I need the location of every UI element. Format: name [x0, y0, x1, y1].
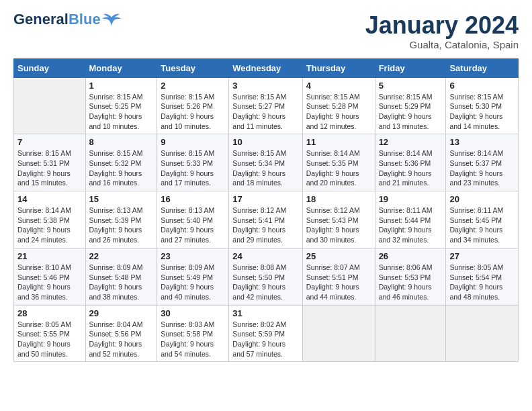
day-info: Sunrise: 8:15 AMSunset: 5:28 PMDaylight:…: [306, 93, 360, 130]
table-row: [302, 305, 375, 362]
day-number: 5: [379, 81, 443, 91]
table-row: 2 Sunrise: 8:15 AMSunset: 5:26 PMDayligh…: [157, 77, 229, 134]
day-info: Sunrise: 8:14 AMSunset: 5:35 PMDaylight:…: [306, 149, 360, 187]
day-info: Sunrise: 8:08 AMSunset: 5:50 PMDaylight:…: [232, 263, 286, 301]
day-number: 14: [17, 194, 82, 204]
table-row: 18 Sunrise: 8:12 AMSunset: 5:43 PMDaylig…: [302, 191, 375, 248]
table-row: [14, 77, 86, 134]
day-info: Sunrise: 8:06 AMSunset: 5:53 PMDaylight:…: [379, 263, 433, 301]
day-number: 27: [449, 251, 515, 261]
logo-blue: Blue: [69, 11, 101, 28]
title-block: January 2024 Gualta, Catalonia, Spain: [365, 12, 519, 50]
day-number: 12: [379, 137, 443, 147]
day-number: 9: [161, 137, 225, 147]
day-number: 1: [89, 81, 154, 91]
table-row: 4 Sunrise: 8:15 AMSunset: 5:28 PMDayligh…: [302, 77, 375, 134]
day-number: 31: [232, 308, 298, 318]
day-number: 4: [306, 81, 371, 91]
table-row: 7 Sunrise: 8:15 AMSunset: 5:31 PMDayligh…: [14, 134, 86, 191]
page-container: GeneralBlue January 2024 Gualta, Catalon…: [0, 0, 532, 369]
col-wednesday: Wednesday: [229, 58, 302, 77]
col-sunday: Sunday: [14, 58, 86, 77]
day-info: Sunrise: 8:07 AMSunset: 5:51 PMDaylight:…: [306, 263, 360, 301]
day-info: Sunrise: 8:10 AMSunset: 5:46 PMDaylight:…: [17, 263, 71, 301]
calendar-week-row: 14 Sunrise: 8:14 AMSunset: 5:38 PMDaylig…: [14, 191, 519, 248]
col-friday: Friday: [375, 58, 446, 77]
table-row: 13 Sunrise: 8:14 AMSunset: 5:37 PMDaylig…: [446, 134, 519, 191]
day-number: 11: [306, 137, 371, 147]
calendar-week-row: 1 Sunrise: 8:15 AMSunset: 5:25 PMDayligh…: [14, 77, 519, 134]
table-row: 3 Sunrise: 8:15 AMSunset: 5:27 PMDayligh…: [229, 77, 302, 134]
table-row: 22 Sunrise: 8:09 AMSunset: 5:48 PMDaylig…: [85, 248, 157, 305]
logo: GeneralBlue: [13, 12, 121, 27]
day-number: 29: [89, 308, 154, 318]
day-number: 2: [161, 81, 225, 91]
table-row: [375, 305, 446, 362]
day-number: 6: [449, 81, 515, 91]
day-info: Sunrise: 8:15 AMSunset: 5:31 PMDaylight:…: [17, 149, 71, 187]
day-info: Sunrise: 8:15 AMSunset: 5:29 PMDaylight:…: [379, 93, 433, 130]
day-info: Sunrise: 8:02 AMSunset: 5:59 PMDaylight:…: [232, 320, 286, 358]
table-row: 9 Sunrise: 8:15 AMSunset: 5:33 PMDayligh…: [157, 134, 229, 191]
table-row: 21 Sunrise: 8:10 AMSunset: 5:46 PMDaylig…: [14, 248, 86, 305]
calendar-week-row: 28 Sunrise: 8:05 AMSunset: 5:55 PMDaylig…: [14, 305, 519, 362]
day-info: Sunrise: 8:09 AMSunset: 5:49 PMDaylight:…: [161, 263, 214, 301]
day-number: 24: [232, 251, 298, 261]
table-row: 15 Sunrise: 8:13 AMSunset: 5:39 PMDaylig…: [85, 191, 157, 248]
day-number: 8: [89, 137, 154, 147]
col-saturday: Saturday: [446, 58, 519, 77]
location: Gualta, Catalonia, Spain: [365, 39, 519, 50]
day-info: Sunrise: 8:11 AMSunset: 5:45 PMDaylight:…: [449, 206, 503, 244]
day-info: Sunrise: 8:11 AMSunset: 5:44 PMDaylight:…: [379, 206, 433, 244]
table-row: 12 Sunrise: 8:14 AMSunset: 5:36 PMDaylig…: [375, 134, 446, 191]
day-number: 25: [306, 251, 371, 261]
day-number: 7: [17, 137, 82, 147]
table-row: 30 Sunrise: 8:03 AMSunset: 5:58 PMDaylig…: [157, 305, 229, 362]
table-row: 31 Sunrise: 8:02 AMSunset: 5:59 PMDaylig…: [229, 305, 302, 362]
day-info: Sunrise: 8:15 AMSunset: 5:32 PMDaylight:…: [89, 149, 143, 187]
table-row: 11 Sunrise: 8:14 AMSunset: 5:35 PMDaylig…: [302, 134, 375, 191]
day-number: 26: [379, 251, 443, 261]
table-row: 16 Sunrise: 8:13 AMSunset: 5:40 PMDaylig…: [157, 191, 229, 248]
day-number: 22: [89, 251, 154, 261]
day-info: Sunrise: 8:15 AMSunset: 5:27 PMDaylight:…: [232, 93, 286, 130]
day-info: Sunrise: 8:13 AMSunset: 5:39 PMDaylight:…: [89, 206, 143, 244]
day-info: Sunrise: 8:14 AMSunset: 5:36 PMDaylight:…: [379, 149, 433, 187]
day-number: 19: [379, 194, 443, 204]
table-row: [446, 305, 519, 362]
day-info: Sunrise: 8:03 AMSunset: 5:58 PMDaylight:…: [161, 320, 214, 358]
table-row: 20 Sunrise: 8:11 AMSunset: 5:45 PMDaylig…: [446, 191, 519, 248]
calendar-header-row: Sunday Monday Tuesday Wednesday Thursday…: [14, 58, 519, 77]
day-number: 13: [449, 137, 515, 147]
day-info: Sunrise: 8:12 AMSunset: 5:41 PMDaylight:…: [232, 206, 286, 244]
col-thursday: Thursday: [302, 58, 375, 77]
table-row: 5 Sunrise: 8:15 AMSunset: 5:29 PMDayligh…: [375, 77, 446, 134]
day-number: 10: [232, 137, 298, 147]
day-info: Sunrise: 8:15 AMSunset: 5:34 PMDaylight:…: [232, 149, 286, 187]
day-info: Sunrise: 8:15 AMSunset: 5:33 PMDaylight:…: [161, 149, 214, 187]
day-info: Sunrise: 8:15 AMSunset: 5:30 PMDaylight:…: [449, 93, 503, 130]
month-title: January 2024: [365, 12, 519, 39]
table-row: 28 Sunrise: 8:05 AMSunset: 5:55 PMDaylig…: [14, 305, 86, 362]
table-row: 19 Sunrise: 8:11 AMSunset: 5:44 PMDaylig…: [375, 191, 446, 248]
day-number: 28: [17, 308, 82, 318]
day-number: 18: [306, 194, 371, 204]
table-row: 1 Sunrise: 8:15 AMSunset: 5:25 PMDayligh…: [85, 77, 157, 134]
day-info: Sunrise: 8:12 AMSunset: 5:43 PMDaylight:…: [306, 206, 360, 244]
day-info: Sunrise: 8:04 AMSunset: 5:56 PMDaylight:…: [89, 320, 143, 358]
day-number: 16: [161, 194, 225, 204]
col-tuesday: Tuesday: [157, 58, 229, 77]
day-info: Sunrise: 8:05 AMSunset: 5:55 PMDaylight:…: [17, 320, 71, 358]
table-row: 10 Sunrise: 8:15 AMSunset: 5:34 PMDaylig…: [229, 134, 302, 191]
day-info: Sunrise: 8:13 AMSunset: 5:40 PMDaylight:…: [161, 206, 214, 244]
day-info: Sunrise: 8:05 AMSunset: 5:54 PMDaylight:…: [449, 263, 503, 301]
table-row: 23 Sunrise: 8:09 AMSunset: 5:49 PMDaylig…: [157, 248, 229, 305]
day-number: 3: [232, 81, 298, 91]
logo-bird-icon: [102, 12, 121, 27]
day-number: 15: [89, 194, 154, 204]
table-row: 14 Sunrise: 8:14 AMSunset: 5:38 PMDaylig…: [14, 191, 86, 248]
day-info: Sunrise: 8:14 AMSunset: 5:38 PMDaylight:…: [17, 206, 71, 244]
day-number: 30: [161, 308, 225, 318]
page-header: GeneralBlue January 2024 Gualta, Catalon…: [13, 12, 519, 50]
calendar-table: Sunday Monday Tuesday Wednesday Thursday…: [13, 58, 519, 363]
